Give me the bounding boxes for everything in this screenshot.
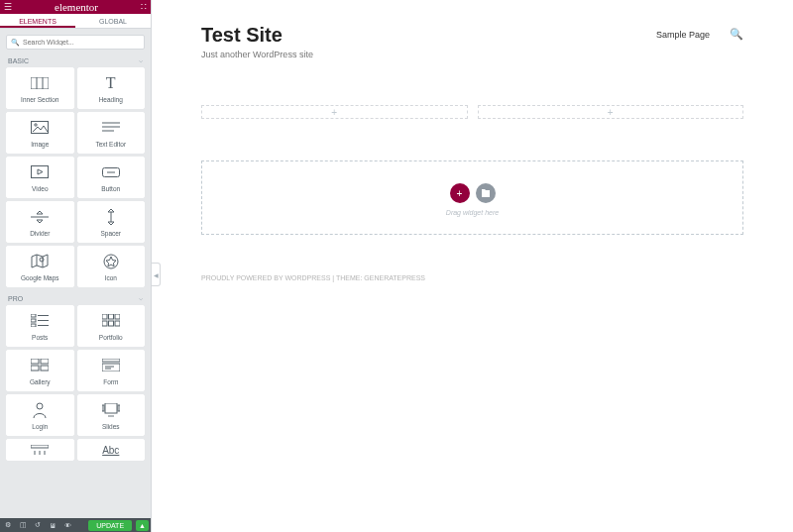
- svg-rect-21: [31, 324, 36, 327]
- widget-label: Login: [32, 423, 48, 430]
- svg-rect-8: [32, 166, 49, 178]
- elementor-panel: ☰ elementor ∷ ELEMENTS GLOBAL 🔍 BASIC ⌵ …: [0, 0, 152, 532]
- widget-animated-headline[interactable]: Abc: [77, 439, 146, 461]
- widget-posts[interactable]: Posts: [6, 305, 74, 347]
- section-basic-label: BASIC: [8, 57, 29, 64]
- heading-icon: T: [106, 74, 116, 92]
- widget-label: Text Editor: [95, 141, 126, 148]
- widget-button[interactable]: Button: [77, 157, 146, 198]
- svg-rect-25: [115, 314, 120, 319]
- search-input[interactable]: [23, 39, 140, 46]
- widget-video[interactable]: Video: [6, 157, 74, 198]
- svg-rect-31: [31, 366, 39, 371]
- add-section-button[interactable]: +: [450, 183, 470, 203]
- tab-global[interactable]: GLOBAL: [75, 14, 151, 28]
- update-button[interactable]: UPDATE: [88, 520, 132, 531]
- update-options-button[interactable]: ▲: [136, 520, 149, 531]
- widgets-scroll[interactable]: BASIC ⌵ Inner Section THeading Image Tex…: [0, 53, 151, 518]
- section-pro-header[interactable]: PRO ⌵: [0, 291, 151, 305]
- section-basic-header[interactable]: BASIC ⌵: [0, 53, 151, 67]
- svg-rect-28: [115, 321, 120, 326]
- site-footer: PROUDLY POWERED BY WORDPRESS | THEME: GE…: [201, 274, 743, 281]
- add-section-dropzone[interactable]: + Drag widget here: [201, 160, 743, 235]
- svg-point-37: [37, 403, 43, 409]
- add-template-button[interactable]: [476, 183, 496, 203]
- widget-icon[interactable]: Icon: [77, 246, 146, 287]
- history-icon[interactable]: ↺: [32, 521, 44, 529]
- basic-widgets-grid: Inner Section THeading Image Text Editor…: [0, 67, 151, 291]
- columns-icon: [31, 74, 49, 92]
- image-icon: [31, 119, 49, 137]
- widget-label: Portfolio: [99, 334, 123, 341]
- portfolio-icon: [102, 312, 120, 330]
- svg-rect-0: [31, 77, 49, 89]
- svg-rect-38: [105, 403, 117, 413]
- video-icon: [31, 163, 49, 181]
- login-icon: [33, 401, 47, 419]
- widget-google-maps[interactable]: Google Maps: [6, 246, 74, 287]
- preview-icon[interactable]: 👁: [61, 522, 73, 529]
- widget-divider[interactable]: Divider: [6, 201, 74, 243]
- svg-rect-33: [102, 359, 120, 362]
- widget-label: Video: [32, 185, 49, 192]
- widget-form[interactable]: Form: [77, 350, 146, 391]
- widget-text-editor[interactable]: Text Editor: [77, 112, 146, 154]
- empty-column-1[interactable]: +: [201, 105, 468, 119]
- svg-rect-32: [41, 366, 49, 371]
- panel-tabs: ELEMENTS GLOBAL: [0, 14, 151, 29]
- panel-collapse-handle[interactable]: ◀: [152, 263, 161, 286]
- svg-rect-29: [31, 359, 39, 364]
- editor-canvas[interactable]: Test Site Just another WordPress site Sa…: [152, 0, 793, 532]
- widget-nav-menu[interactable]: [6, 439, 74, 461]
- search-widget-box[interactable]: 🔍: [6, 35, 145, 50]
- plus-icon: +: [608, 107, 614, 118]
- svg-rect-23: [102, 314, 107, 319]
- widget-label: Heading: [99, 96, 123, 103]
- widget-slides[interactable]: Slides: [77, 394, 146, 436]
- search-icon: 🔍: [11, 39, 20, 47]
- settings-icon[interactable]: ⚙: [2, 521, 14, 529]
- site-header: Test Site Just another WordPress site Sa…: [201, 24, 743, 59]
- spacer-icon: [104, 208, 118, 226]
- svg-point-4: [35, 124, 37, 126]
- svg-point-42: [110, 415, 112, 417]
- divider-icon: [31, 208, 49, 226]
- panel-bottombar: ⚙ ◫ ↺ 🖥 👁 UPDATE ▲: [0, 518, 151, 532]
- chevron-down-icon: ⌵: [139, 294, 143, 302]
- empty-columns-row: + +: [201, 105, 743, 119]
- svg-point-41: [108, 415, 110, 417]
- svg-rect-3: [32, 122, 49, 134]
- widget-heading[interactable]: THeading: [77, 67, 146, 109]
- text-editor-icon: [102, 119, 120, 137]
- svg-rect-44: [31, 445, 49, 448]
- svg-rect-24: [108, 314, 113, 319]
- responsive-icon[interactable]: 🖥: [47, 522, 58, 529]
- svg-rect-19: [31, 319, 36, 322]
- nav-menu-icon: [31, 441, 49, 459]
- navigator-icon[interactable]: ◫: [17, 521, 29, 529]
- menu-icon[interactable]: ☰: [4, 2, 12, 12]
- widget-image[interactable]: Image: [6, 112, 74, 154]
- svg-rect-39: [102, 405, 104, 411]
- drag-hint-text: Drag widget here: [446, 209, 499, 216]
- widget-label: Inner Section: [21, 96, 58, 103]
- button-icon: [102, 163, 120, 181]
- widget-spacer[interactable]: Spacer: [77, 201, 146, 243]
- apps-icon[interactable]: ∷: [141, 2, 147, 12]
- nav-link-sample[interactable]: Sample Page: [656, 30, 710, 40]
- svg-rect-40: [118, 405, 120, 411]
- widget-login[interactable]: Login: [6, 394, 74, 436]
- svg-rect-30: [41, 359, 49, 364]
- map-icon: [31, 253, 49, 270]
- empty-column-2[interactable]: +: [478, 105, 744, 119]
- widget-label: Gallery: [30, 378, 51, 385]
- widget-portfolio[interactable]: Portfolio: [77, 305, 146, 347]
- svg-rect-27: [108, 321, 113, 326]
- tab-elements[interactable]: ELEMENTS: [0, 14, 75, 28]
- widget-label: Divider: [30, 230, 50, 237]
- widget-gallery[interactable]: Gallery: [6, 350, 74, 391]
- site-search-icon[interactable]: 🔍: [730, 28, 743, 41]
- svg-rect-34: [102, 364, 120, 372]
- widget-inner-section[interactable]: Inner Section: [6, 67, 74, 109]
- widget-label: Google Maps: [21, 274, 59, 281]
